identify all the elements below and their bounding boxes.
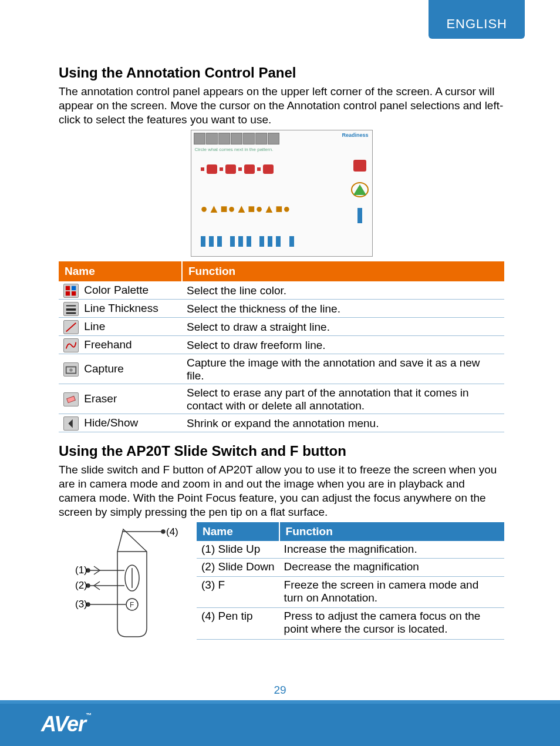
pattern-row-2: ●▲■●▲■●▲■●	[201, 202, 337, 216]
svg-text:F: F	[130, 601, 134, 609]
diagram-label-1: (1)	[75, 564, 87, 576]
aver-logo: AVer™	[41, 712, 91, 737]
svg-line-7	[66, 323, 76, 332]
row-function: Select to draw a straight line.	[182, 318, 504, 336]
table-row: (3) F Freeze the screen in camera mode a…	[197, 576, 504, 608]
svg-rect-3	[72, 291, 76, 295]
table-row: Freehand Select to draw freeform line.	[59, 336, 504, 354]
diagram-label-2: (2)	[75, 580, 87, 591]
row-name: Capture	[84, 362, 124, 375]
ap20t-table: Name Function (1) Slide Up Increase the …	[197, 522, 504, 640]
page-number: 29	[0, 684, 560, 697]
row-function: Decrease the magnification	[279, 559, 504, 576]
pattern-row-3	[201, 236, 337, 247]
svg-rect-6	[66, 312, 76, 314]
language-tab: ENGLISH	[429, 0, 525, 39]
line-icon	[63, 320, 79, 334]
row-function: Select the thickness of the line.	[182, 300, 504, 318]
svg-rect-0	[66, 286, 70, 290]
diagram-label-3: (3)	[75, 599, 87, 610]
row-name: Hide/Show	[84, 416, 138, 429]
section1-intro: The annotation control panel appears on …	[59, 85, 504, 126]
table-row: (2) Slide Down Decrease the magnificatio…	[197, 559, 504, 576]
svg-rect-1	[72, 286, 76, 290]
svg-point-16	[161, 530, 165, 533]
row-function: Select to draw freeform line.	[182, 336, 504, 354]
table-row: Capture Capture the image with the annot…	[59, 354, 504, 384]
svg-point-9	[69, 368, 73, 372]
row-name: Line Thickness	[84, 302, 158, 314]
freehand-icon	[63, 338, 79, 352]
table-row: Eraser Select to erase any part of the a…	[59, 384, 504, 414]
row-function: Select to erase any part of the annotati…	[182, 384, 504, 414]
row-function: Shrink or expand the annotation menu.	[182, 414, 504, 432]
readiness-label: Readiness	[342, 132, 368, 138]
row-function: Press to adjust the camera focus on the …	[279, 608, 504, 640]
pattern-row-1	[201, 164, 337, 174]
table-row: Color Palette Select the line color.	[59, 281, 504, 300]
table-row: Hide/Show Shrink or expand the annotatio…	[59, 414, 504, 432]
hide-show-icon	[63, 416, 79, 431]
annotation-screenshot: Readiness Circle what comes next in the …	[191, 130, 373, 257]
row-name: Eraser	[84, 392, 117, 405]
row-function: Capture the image with the annotation an…	[182, 354, 504, 384]
page-content: Using the Annotation Control Panel The a…	[0, 0, 560, 640]
row-function: Freeze the screen in camera mode and tur…	[279, 576, 504, 608]
svg-rect-10	[67, 396, 76, 403]
row-function: Select the line color.	[182, 281, 504, 300]
ap-th-function: Function	[279, 522, 504, 541]
section1-title: Using the Annotation Control Panel	[59, 65, 504, 81]
table-row: (1) Slide Up Increase the magnification.	[197, 541, 504, 559]
row-name: (4) Pen tip	[197, 608, 279, 640]
anno-th-name: Name	[59, 261, 182, 281]
svg-rect-2	[66, 291, 70, 295]
worksheet-caption: Circle what comes next in the pattern.	[195, 147, 274, 152]
annotation-table: Name Function Color Palette Select the l…	[59, 261, 504, 432]
table-row: Line Select to draw a straight line.	[59, 318, 504, 336]
anno-th-function: Function	[182, 261, 504, 281]
row-name: (1) Slide Up	[197, 541, 279, 559]
table-row: Line Thickness Select the thickness of t…	[59, 300, 504, 318]
pattern-right-column	[351, 160, 369, 223]
row-function: Increase the magnification.	[279, 541, 504, 559]
toolbar-strip	[194, 133, 279, 146]
line-thickness-icon	[63, 302, 79, 316]
color-palette-icon	[63, 284, 79, 298]
section2-title: Using the AP20T Slide Switch and F butto…	[59, 443, 504, 459]
ap-th-name: Name	[197, 522, 279, 541]
svg-rect-5	[66, 308, 76, 311]
eraser-icon	[63, 392, 79, 406]
capture-icon	[63, 362, 79, 377]
svg-rect-4	[66, 305, 76, 307]
row-name: (3) F	[197, 576, 279, 608]
diagram-label-4: (4)	[166, 526, 178, 537]
row-name: Color Palette	[84, 284, 149, 296]
section2-intro: The slide switch and F button of AP20T a…	[59, 463, 504, 519]
row-name: (2) Slide Down	[197, 559, 279, 576]
row-name: Line	[84, 320, 105, 332]
pen-diagram: F (1) (2) (3) (4)	[59, 522, 191, 640]
row-name: Freehand	[84, 338, 131, 351]
table-row: (4) Pen tip Press to adjust the camera f…	[197, 608, 504, 640]
